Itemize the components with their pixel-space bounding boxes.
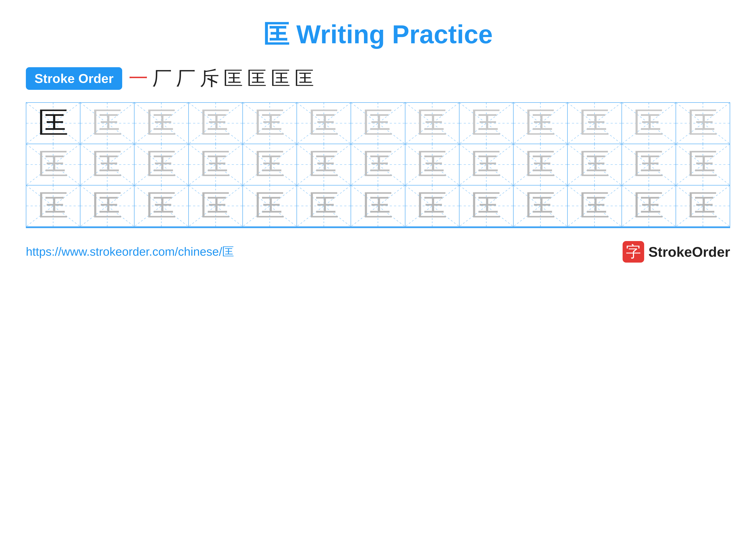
grid-cell[interactable]: 匡 [80,144,134,185]
stroke-order-badge: Stroke Order [26,67,122,90]
grid-cell[interactable]: 匡 [405,186,459,226]
practice-char: 匡 [417,144,447,185]
stroke-2: 厂 [152,65,172,91]
grid-cell[interactable]: 匡 [568,144,622,185]
practice-char: 匡 [38,103,68,144]
grid-row [26,227,730,228]
practice-char: 匡 [309,103,339,144]
practice-grid: 匡匡匡匡匡匡匡匡匡匡匡匡匡匡匡匡匡匡匡匡匡匡匡匡匡匡匡匡匡匡匡匡匡匡匡匡匡匡匡 [26,102,730,228]
grid-cell[interactable]: 匡 [622,144,676,185]
stroke-5: 匡 [224,65,243,91]
practice-char: 匡 [38,144,68,185]
grid-cell[interactable]: 匡 [351,144,405,185]
practice-char: 匡 [363,144,393,185]
practice-char: 匡 [526,186,555,226]
footer: https://www.strokeorder.com/chinese/匡 字 … [26,241,730,263]
practice-char: 匡 [201,144,230,185]
grid-row: 匡匡匡匡匡匡匡匡匡匡匡匡匡 [26,103,730,144]
practice-char: 匡 [38,186,68,226]
stroke-1: 一 [129,65,148,91]
practice-char: 匡 [688,103,718,144]
grid-cell[interactable]: 匡 [459,186,514,226]
practice-char: 匡 [634,186,664,226]
practice-char: 匡 [363,186,393,226]
practice-char: 匡 [363,103,393,144]
practice-char: 匡 [146,144,176,185]
stroke-sequence: 一 厂 厂 斥 匡 匡 匡 匡 [129,65,314,91]
grid-cell[interactable]: 匡 [134,103,189,144]
practice-char: 匡 [309,186,339,226]
page-title: 匡 Writing Practice [263,17,493,52]
grid-cell[interactable]: 匡 [459,103,514,144]
grid-cell[interactable]: 匡 [622,103,676,144]
footer-url[interactable]: https://www.strokeorder.com/chinese/匡 [26,244,234,260]
grid-cell[interactable]: 匡 [568,186,622,226]
grid-cell[interactable]: 匡 [351,186,405,226]
grid-cell[interactable]: 匡 [676,144,730,185]
grid-cell[interactable]: 匡 [243,144,297,185]
grid-cell[interactable]: 匡 [405,144,459,185]
grid-cell[interactable]: 匡 [514,103,568,144]
grid-row: 匡匡匡匡匡匡匡匡匡匡匡匡匡 [26,186,730,227]
grid-cell[interactable]: 匡 [80,103,134,144]
practice-char: 匡 [255,103,285,144]
brand-name: StrokeOrder [648,244,730,260]
practice-char: 匡 [580,103,610,144]
grid-cell[interactable]: 匡 [243,186,297,226]
grid-cell[interactable]: 匡 [514,186,568,226]
practice-char: 匡 [201,186,230,226]
stroke-7: 匡 [271,65,290,91]
stroke-6: 匡 [247,65,267,91]
practice-char: 匡 [471,103,501,144]
grid-row: 匡匡匡匡匡匡匡匡匡匡匡匡匡 [26,144,730,186]
practice-char: 匡 [146,103,176,144]
stroke-order-row: Stroke Order 一 厂 厂 斥 匡 匡 匡 匡 [26,65,730,91]
practice-char: 匡 [417,103,447,144]
stroke-3: 厂 [176,65,196,91]
grid-cell[interactable]: 匡 [297,144,351,185]
grid-cell[interactable]: 匡 [676,186,730,226]
practice-char: 匡 [471,186,501,226]
grid-cell[interactable]: 匡 [189,103,243,144]
brand-icon: 字 [623,241,644,263]
practice-char: 匡 [92,186,122,226]
grid-cell[interactable]: 匡 [134,144,189,185]
grid-cell[interactable]: 匡 [26,186,80,226]
grid-cell[interactable]: 匡 [405,103,459,144]
practice-char: 匡 [92,103,122,144]
grid-cell[interactable]: 匡 [26,144,80,185]
practice-char: 匡 [92,144,122,185]
grid-cell[interactable]: 匡 [622,186,676,226]
grid-cell[interactable]: 匡 [568,103,622,144]
stroke-8: 匡 [295,65,314,91]
practice-char: 匡 [309,144,339,185]
stroke-4: 斥 [200,65,219,91]
practice-char: 匡 [580,186,610,226]
grid-cell[interactable]: 匡 [297,103,351,144]
practice-char: 匡 [417,186,447,226]
grid-cell[interactable]: 匡 [459,144,514,185]
grid-cell[interactable]: 匡 [189,144,243,185]
practice-char: 匡 [526,144,555,185]
grid-cell[interactable]: 匡 [134,186,189,226]
practice-char: 匡 [201,103,230,144]
grid-cell[interactable]: 匡 [26,103,80,144]
footer-brand: 字 StrokeOrder [623,241,730,263]
practice-char: 匡 [255,186,285,226]
practice-char: 匡 [688,186,718,226]
grid-cell[interactable]: 匡 [351,103,405,144]
grid-cell[interactable]: 匡 [243,103,297,144]
practice-char: 匡 [255,144,285,185]
grid-cell[interactable]: 匡 [514,144,568,185]
practice-char: 匡 [526,103,555,144]
practice-char: 匡 [146,186,176,226]
practice-char: 匡 [688,144,718,185]
grid-cell[interactable]: 匡 [297,186,351,226]
practice-char: 匡 [471,144,501,185]
practice-char: 匡 [634,144,664,185]
practice-char: 匡 [580,144,610,185]
grid-cell[interactable]: 匡 [80,186,134,226]
grid-cell[interactable]: 匡 [676,103,730,144]
page: 匡 Writing Practice Stroke Order 一 厂 厂 斥 … [0,0,756,534]
grid-cell[interactable]: 匡 [189,186,243,226]
